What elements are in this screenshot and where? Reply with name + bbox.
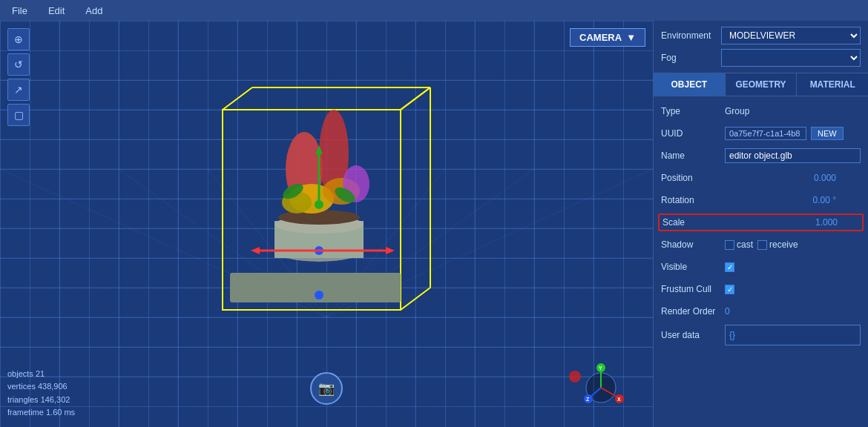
- stat-frametime: frametime 1.60 ms: [7, 406, 75, 420]
- screenshot-button[interactable]: 📷: [310, 372, 343, 405]
- frustum-checkbox[interactable]: ✓: [725, 285, 734, 294]
- render-order-label: Render Order: [661, 306, 720, 317]
- camera-dropdown-arrow: ▼: [626, 32, 636, 43]
- tab-object[interactable]: OBJECT: [654, 73, 726, 96]
- scale-label: Scale: [662, 217, 722, 228]
- menu-file[interactable]: File: [7, 4, 32, 18]
- main-layout: Y Z X ⊕ ↺ ↗ ▢ CAMERA ▼: [0, 21, 868, 427]
- rotation-x[interactable]: [725, 195, 836, 205]
- left-toolbar: ⊕ ↺ ↗ ▢: [7, 28, 30, 126]
- stats-overlay: objects 21 vertices 438,906 triangles 14…: [7, 368, 75, 420]
- userdata-label: User data: [661, 330, 720, 340]
- visible-checkbox[interactable]: ✓: [725, 262, 734, 272]
- tab-bar: OBJECT GEOMETRY MATERIAL: [654, 73, 868, 96]
- svg-text:Y: Y: [599, 365, 602, 371]
- scene-svg: Y Z X: [0, 21, 653, 427]
- rotation-row: Rotation: [661, 191, 861, 209]
- right-panel: Environment MODELVIEWER Fog OBJECT GEOME…: [653, 21, 868, 427]
- camera-select: CAMERA ▼: [570, 28, 645, 47]
- properties-section: Type Group UUID NEW Name Position: [654, 96, 868, 351]
- menu-add[interactable]: Add: [81, 4, 107, 18]
- scale-x[interactable]: [726, 217, 838, 228]
- rotation-y[interactable]: [839, 195, 868, 205]
- toolbar-select-btn[interactable]: ▢: [7, 104, 30, 126]
- name-row: Name: [661, 147, 861, 165]
- name-input[interactable]: [725, 148, 861, 163]
- position-y[interactable]: [839, 173, 868, 183]
- type-label: Type: [661, 106, 720, 116]
- shadow-options: cast receive: [725, 239, 798, 250]
- svg-marker-49: [386, 247, 395, 254]
- environment-row: Environment MODELVIEWER: [661, 27, 861, 44]
- menubar: File Edit Add: [0, 0, 868, 21]
- uuid-row: UUID NEW: [661, 125, 861, 142]
- camera-dropdown-button[interactable]: CAMERA ▼: [570, 28, 645, 47]
- fog-label: Fog: [661, 53, 717, 63]
- shadow-cast-checkbox[interactable]: cast: [725, 239, 753, 250]
- visible-label: Visible: [661, 262, 720, 272]
- type-value: Group: [725, 106, 749, 116]
- shadow-cast-box[interactable]: [725, 240, 734, 250]
- frustum-row: Frustum Cull ✓: [661, 280, 861, 298]
- fog-select[interactable]: [721, 49, 861, 67]
- svg-marker-51: [251, 247, 260, 254]
- position-x[interactable]: [725, 173, 836, 183]
- position-inputs: [725, 173, 868, 183]
- environment-select[interactable]: MODELVIEWER: [721, 27, 861, 44]
- shadow-label: Shadow: [661, 239, 720, 250]
- stat-vertices: vertices 438,906: [7, 380, 75, 394]
- uuid-new-button[interactable]: NEW: [811, 127, 844, 140]
- render-order-value: 0: [725, 306, 730, 317]
- camera-label: CAMERA: [579, 32, 622, 43]
- toolbar-move-btn[interactable]: ⊕: [7, 28, 30, 50]
- shadow-receive-checkbox[interactable]: receive: [757, 239, 798, 250]
- visible-row: Visible ✓: [661, 258, 861, 276]
- userdata-input[interactable]: [725, 325, 861, 345]
- tab-material[interactable]: MATERIAL: [797, 73, 868, 96]
- fog-row: Fog: [661, 49, 861, 67]
- rotation-label: Rotation: [661, 195, 720, 205]
- tab-geometry[interactable]: GEOMETRY: [726, 73, 798, 96]
- userdata-row: User data: [661, 325, 861, 345]
- scale-row: Scale: [658, 214, 864, 231]
- uuid-label: UUID: [661, 128, 720, 139]
- frustum-label: Frustum Cull: [661, 284, 720, 294]
- environment-section: Environment MODELVIEWER Fog: [654, 21, 868, 73]
- svg-text:Z: Z: [586, 397, 590, 402]
- shadow-receive-label: receive: [769, 239, 798, 250]
- viewport[interactable]: Y Z X ⊕ ↺ ↗ ▢ CAMERA ▼: [0, 21, 653, 427]
- toolbar-rotate-btn[interactable]: ↺: [7, 53, 30, 76]
- name-label: Name: [661, 150, 720, 161]
- menu-edit[interactable]: Edit: [44, 4, 69, 18]
- shadow-receive-box[interactable]: [757, 240, 767, 250]
- svg-point-66: [569, 371, 581, 383]
- stat-triangles: triangles 146,302: [7, 394, 75, 407]
- type-row: Type Group: [661, 102, 861, 120]
- svg-text:X: X: [617, 397, 621, 402]
- render-order-row: Render Order 0: [661, 302, 861, 320]
- shadow-row: Shadow cast receive: [661, 236, 861, 254]
- position-label: Position: [661, 173, 720, 183]
- rotation-inputs: [725, 195, 868, 205]
- toolbar-scale-btn[interactable]: ↗: [7, 79, 30, 101]
- position-row: Position: [661, 169, 861, 187]
- svg-rect-34: [230, 273, 401, 302]
- stat-objects: objects 21: [7, 368, 75, 381]
- shadow-cast-label: cast: [737, 239, 753, 250]
- scale-y[interactable]: [841, 217, 868, 228]
- scale-inputs: [726, 217, 868, 228]
- uuid-input[interactable]: [725, 127, 806, 140]
- environment-label: Environment: [661, 30, 717, 41]
- svg-point-52: [315, 291, 323, 299]
